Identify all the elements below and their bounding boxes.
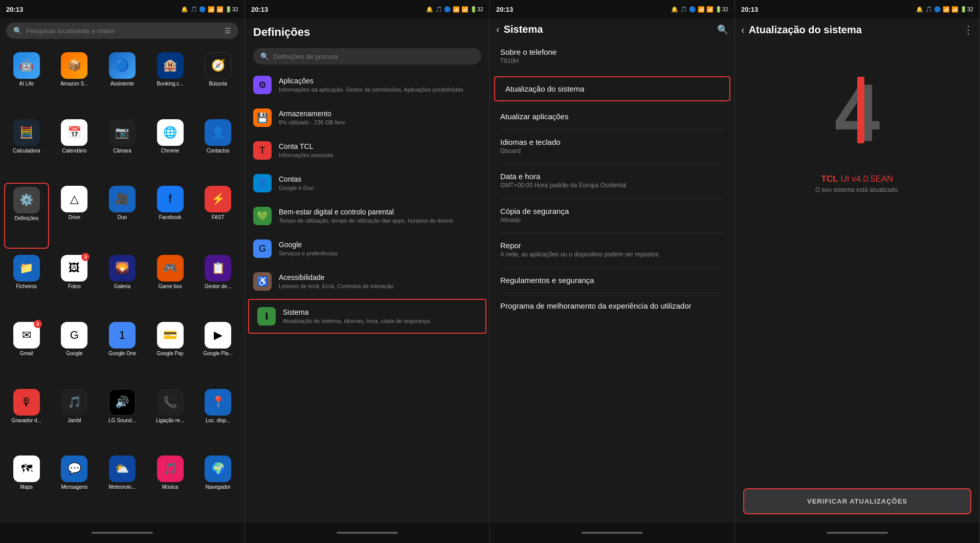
app-search-bar[interactable]: 🔍 ☰ xyxy=(6,23,238,39)
app-item-amazon-s[interactable]: 📦Amazon S... xyxy=(52,49,97,113)
settings-item-armazenamento[interactable]: 💾Armazenamento8% utilizado - 236 GB livr… xyxy=(245,101,489,134)
system-item-atualizarApps[interactable]: Atualizar aplicações xyxy=(490,105,734,128)
settings-sub-contas: Google e Duo xyxy=(279,184,314,191)
app-icon-drive: △ xyxy=(61,186,87,212)
app-item-meteoro[interactable]: ⛅Meteorolo... xyxy=(100,452,145,516)
settings-item-sistema[interactable]: ℹSistemaAtualização do sistema, idiomas,… xyxy=(248,299,486,334)
settings-title-contas: Contas xyxy=(279,175,314,183)
app-item-gravad[interactable]: 🎙Gravador d... xyxy=(4,386,49,450)
app-item-ligacao[interactable]: 📞Ligação re... xyxy=(148,386,193,450)
app-item-navegador[interactable]: 🌍Navegador xyxy=(195,452,240,516)
system-title-copia: Cópia de segurança xyxy=(500,207,724,215)
app-item-fast[interactable]: ⚡FAST xyxy=(195,183,240,249)
app-icon-loc: 📍 xyxy=(205,389,231,416)
app-icon-google: G xyxy=(61,322,87,349)
app-item-loc[interactable]: 📍Loc. disp... xyxy=(195,386,240,450)
app-item-gplay[interactable]: ▶Google Pla... xyxy=(195,319,240,383)
app-item-bussola[interactable]: 🧭Bússola xyxy=(195,49,240,113)
app-icon-galeria: 🌄 xyxy=(109,255,136,281)
app-item-calculadora[interactable]: 🧮Calculadora xyxy=(4,116,49,180)
system-item-repor[interactable]: ReporA rede, as aplicações ou o disposit… xyxy=(490,234,734,266)
app-item-assistente[interactable]: 🔵Assistente xyxy=(100,49,145,113)
app-item-fotos[interactable]: 🖼2Fotos xyxy=(52,252,97,316)
settings-item-acessibilidade[interactable]: ♿AcessibilidadeLeitores de ecrã, Ecrã, C… xyxy=(245,265,489,298)
update-version-info: TCL UI v4.0.5EAN O seu sistema está atua… xyxy=(815,174,899,193)
system-item-idiomas[interactable]: Idiomas e tecladoGboard xyxy=(490,131,734,163)
system-item-atualizacao[interactable]: Atualização do sistema xyxy=(494,76,730,101)
system-divider-4 xyxy=(500,163,724,164)
app-item-facebook[interactable]: fFacebook xyxy=(148,183,193,249)
system-item-copia[interactable]: Cópia de segurançaAtivado xyxy=(490,200,734,232)
app-item-duo[interactable]: 🎥Duo xyxy=(100,183,145,249)
definicoes-search-input[interactable] xyxy=(273,53,474,60)
app-item-drive[interactable]: △Drive xyxy=(52,183,97,249)
app-item-ai-life[interactable]: 🤖AI Life xyxy=(4,49,49,113)
atualizacao-title: Atualização do sistema xyxy=(749,24,959,36)
app-icon-mensagens: 💬 xyxy=(61,455,87,482)
app-icon-ai-life: 🤖 xyxy=(13,52,40,79)
settings-item-google[interactable]: GGoogleServiços e preferências xyxy=(245,232,489,265)
app-label-meteoro: Meteorolo... xyxy=(109,484,136,490)
settings-sub-sistema: Atualização do sistema, idiomas, hora, c… xyxy=(283,317,430,324)
sistema-title: Sistema xyxy=(504,24,713,35)
app-item-galeria[interactable]: 🌄Galeria xyxy=(100,252,145,316)
panel-sistema: 20:13 🔔 🎵 🔵 📶 📶 🔋32 ‹ Sistema 🔍 Sobre o … xyxy=(490,0,735,543)
status-bar-4: 20:13 🔔 🎵 🔵 📶 📶 🔋32 xyxy=(735,0,979,18)
app-label-calculadora: Calculadora xyxy=(13,148,40,154)
app-item-booking[interactable]: 🏨Booking.c... xyxy=(148,49,193,113)
system-sub-copia: Ativado xyxy=(500,216,724,225)
system-item-programa[interactable]: Programa de melhoramento da experiência … xyxy=(490,294,734,317)
app-item-calendario[interactable]: 📅Calendário xyxy=(52,116,97,180)
app-item-gpay[interactable]: 💳Google Pay xyxy=(148,319,193,383)
status-bar-1: 20:13 🔔 🎵 🔵 📶 📶 🔋32 xyxy=(0,0,244,18)
app-label-maps: Maps xyxy=(20,484,33,490)
app-item-google[interactable]: GGoogle xyxy=(52,319,97,383)
update-big-number: 4 xyxy=(835,72,880,154)
more-options-button[interactable]: ⋮ xyxy=(963,24,973,36)
app-icon-amazon-s: 📦 xyxy=(61,52,87,79)
app-label-gmail: Gmail xyxy=(20,351,33,357)
app-item-maps[interactable]: 🗺Maps xyxy=(4,452,49,516)
sistema-search-button[interactable]: 🔍 xyxy=(717,24,728,35)
update-red-bar xyxy=(857,77,864,143)
status-time-2: 20:13 xyxy=(251,6,268,13)
app-item-google1[interactable]: 1Google One xyxy=(100,319,145,383)
definicoes-search[interactable]: 🔍 xyxy=(253,48,481,64)
app-label-gplay: Google Pla... xyxy=(203,351,233,357)
sistema-back-button[interactable]: ‹ xyxy=(496,24,500,35)
app-item-jambl[interactable]: 🎵Jambl xyxy=(52,386,97,450)
app-item-gamebox[interactable]: 🎮Game box xyxy=(148,252,193,316)
app-item-gmail[interactable]: ✉2Gmail xyxy=(4,319,49,383)
app-item-contactos[interactable]: 👤Contactos xyxy=(195,116,240,180)
app-item-musica[interactable]: 🎵Música xyxy=(148,452,193,516)
app-item-camera[interactable]: 📷Câmara xyxy=(100,116,145,180)
app-item-definicoes[interactable]: ⚙️Definições xyxy=(4,183,49,249)
system-item-data[interactable]: Data e horaGMT+00:00 Hora padrão da Euro… xyxy=(490,165,734,197)
settings-item-contaTCL[interactable]: TConta TCLInformações pessoais xyxy=(245,134,489,167)
app-label-bussola: Bússola xyxy=(209,81,227,87)
nav-line-4 xyxy=(827,532,888,534)
system-divider-8 xyxy=(500,293,724,293)
status-icons-2: 🔔 🎵 🔵 📶 📶 🔋32 xyxy=(426,6,483,13)
app-item-mensagens[interactable]: 💬Mensagens xyxy=(52,452,97,516)
app-icon-gravad: 🎙 xyxy=(13,389,40,416)
system-item-sobre[interactable]: Sobre o telefoneT810H xyxy=(490,40,734,73)
app-item-gestor[interactable]: 📋Gestor de... xyxy=(195,252,240,316)
app-label-ai-life: AI Life xyxy=(19,81,34,87)
system-item-regulamentos[interactable]: Regulamentos e segurança xyxy=(490,269,734,292)
settings-item-contas[interactable]: 👤ContasGoogle e Duo xyxy=(245,167,489,200)
atualizacao-back-button[interactable]: ‹ xyxy=(741,24,745,36)
settings-icon-aplicacoes: ⚙ xyxy=(253,76,272,94)
app-search-input[interactable] xyxy=(26,27,220,35)
settings-item-bemestar[interactable]: 💚Bem-estar digital e controlo parentalTe… xyxy=(245,200,489,232)
sistema-nav: ‹ Sistema 🔍 xyxy=(490,18,734,40)
app-item-ficheiros[interactable]: 📁Ficheiros xyxy=(4,252,49,316)
verify-updates-button[interactable]: VERIFICAR ATUALIZAÇÕES xyxy=(743,488,971,514)
bottom-nav-3 xyxy=(490,523,734,543)
system-divider-2 xyxy=(500,103,724,104)
system-divider-5 xyxy=(500,198,724,199)
app-item-chrome[interactable]: 🌐Chrome xyxy=(148,116,193,180)
system-title-repor: Repor xyxy=(500,241,724,250)
settings-item-aplicacoes[interactable]: ⚙AplicaçõesInformações da aplicação, Ges… xyxy=(245,69,489,101)
app-item-lgsound[interactable]: 🔊LG Sound... xyxy=(100,386,145,450)
